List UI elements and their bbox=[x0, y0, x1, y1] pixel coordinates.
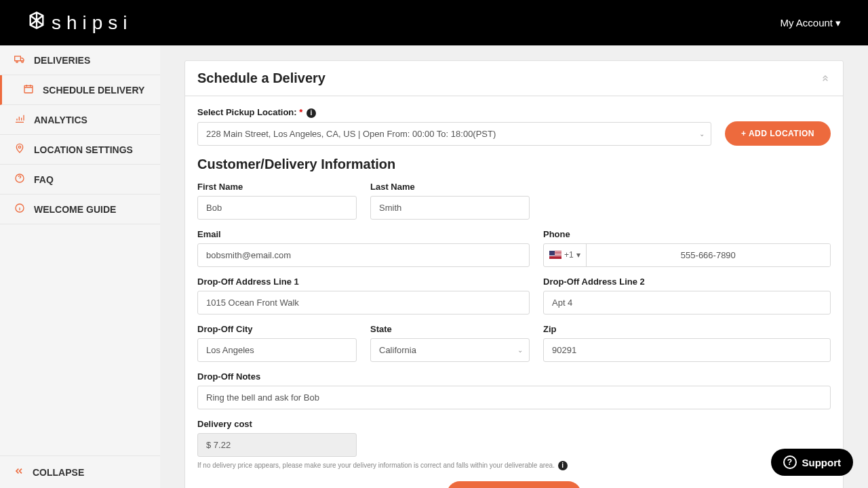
caret-down-icon: ▾ bbox=[835, 17, 841, 29]
zip-input[interactable] bbox=[543, 338, 831, 362]
us-flag-icon bbox=[549, 251, 561, 259]
cost-label: Delivery cost bbox=[197, 419, 357, 429]
svg-point-4 bbox=[18, 146, 20, 148]
phone-input[interactable] bbox=[587, 244, 830, 266]
chevrons-left-icon bbox=[14, 466, 24, 479]
address2-label: Drop-Off Address Line 2 bbox=[543, 277, 831, 287]
collapse-label: COLLAPSE bbox=[33, 467, 84, 478]
phone-field: +1 ▾ bbox=[543, 243, 831, 267]
phone-prefix-text: +1 bbox=[564, 250, 574, 260]
notes-label: Drop-Off Notes bbox=[197, 371, 831, 382]
support-icon: ? bbox=[783, 455, 797, 469]
sidebar-item-label: LOCATION SETTINGS bbox=[34, 144, 133, 155]
chart-icon bbox=[14, 113, 26, 126]
logo: shipsi bbox=[27, 11, 133, 35]
card-header: Schedule a Delivery bbox=[185, 61, 843, 96]
my-account-dropdown[interactable]: My Account ▾ bbox=[780, 17, 841, 29]
city-input[interactable] bbox=[197, 338, 357, 362]
address1-label: Drop-Off Address Line 1 bbox=[197, 277, 530, 287]
main-content: Schedule a Delivery Select Pickup Locati… bbox=[160, 45, 868, 488]
phone-country-selector[interactable]: +1 ▾ bbox=[544, 244, 587, 266]
last-name-input[interactable] bbox=[370, 196, 530, 220]
logo-icon bbox=[27, 11, 46, 35]
customer-info-heading: Customer/Delivery Information bbox=[197, 157, 831, 172]
schedule-delivery-button[interactable]: SCHEDULE DELIVERY bbox=[447, 481, 580, 488]
card-title: Schedule a Delivery bbox=[197, 70, 326, 86]
sidebar: DELIVERIES SCHEDULE DELIVERY ANALYTICS L… bbox=[0, 45, 160, 488]
svg-point-2 bbox=[22, 61, 24, 63]
state-select[interactable] bbox=[370, 338, 530, 362]
phone-label: Phone bbox=[543, 229, 831, 239]
svg-rect-3 bbox=[24, 85, 33, 93]
state-label: State bbox=[370, 324, 530, 334]
info-icon[interactable]: i bbox=[307, 108, 316, 118]
sidebar-item-label: FAQ bbox=[34, 174, 54, 185]
support-label: Support bbox=[802, 457, 842, 468]
sidebar-item-label: DELIVERIES bbox=[34, 55, 90, 66]
sidebar-item-label: ANALYTICS bbox=[34, 115, 87, 125]
notes-input[interactable] bbox=[197, 386, 831, 409]
sidebar-item-schedule-delivery[interactable]: SCHEDULE DELIVERY bbox=[0, 75, 160, 105]
top-header: shipsi My Account ▾ bbox=[0, 0, 868, 45]
sidebar-item-label: WELCOME GUIDE bbox=[34, 204, 116, 215]
sidebar-item-location-settings[interactable]: LOCATION SETTINGS bbox=[0, 135, 160, 165]
sidebar-item-welcome-guide[interactable]: WELCOME GUIDE bbox=[0, 195, 160, 224]
support-button[interactable]: ? Support bbox=[771, 449, 854, 476]
collapse-sidebar-button[interactable]: COLLAPSE bbox=[0, 455, 160, 488]
my-account-label: My Account bbox=[780, 17, 833, 28]
email-input[interactable] bbox=[197, 243, 530, 267]
email-label: Email bbox=[197, 229, 530, 239]
cost-display bbox=[197, 433, 357, 457]
calendar-icon bbox=[22, 83, 35, 96]
sidebar-item-faq[interactable]: FAQ bbox=[0, 165, 160, 195]
pin-icon bbox=[14, 143, 26, 156]
first-name-label: First Name bbox=[197, 182, 357, 192]
pickup-location-select[interactable] bbox=[197, 122, 711, 146]
address2-input[interactable] bbox=[543, 291, 831, 314]
caret-down-icon: ▾ bbox=[576, 250, 580, 260]
cost-hint: If no delivery price appears, please mak… bbox=[197, 461, 831, 470]
last-name-label: Last Name bbox=[370, 182, 530, 192]
city-label: Drop-Off City bbox=[197, 324, 357, 334]
zip-label: Zip bbox=[543, 324, 831, 334]
truck-icon bbox=[14, 54, 26, 66]
question-icon bbox=[14, 173, 26, 186]
sidebar-item-deliveries[interactable]: DELIVERIES bbox=[0, 45, 160, 75]
info-icon[interactable]: i bbox=[558, 461, 568, 470]
address1-input[interactable] bbox=[197, 291, 530, 314]
add-location-button[interactable]: + ADD LOCATION bbox=[725, 121, 831, 146]
first-name-input[interactable] bbox=[197, 196, 357, 220]
schedule-card: Schedule a Delivery Select Pickup Locati… bbox=[184, 60, 844, 488]
sidebar-item-analytics[interactable]: ANALYTICS bbox=[0, 105, 160, 135]
chevrons-up-icon[interactable] bbox=[820, 72, 831, 85]
svg-rect-0 bbox=[15, 56, 21, 61]
required-asterisk: * bbox=[299, 107, 302, 117]
pickup-location-label: Select Pickup Location: * i bbox=[197, 107, 711, 118]
sidebar-item-label: SCHEDULE DELIVERY bbox=[43, 85, 144, 96]
svg-point-1 bbox=[16, 61, 18, 63]
info-icon bbox=[14, 203, 26, 216]
logo-text: shipsi bbox=[52, 12, 133, 34]
